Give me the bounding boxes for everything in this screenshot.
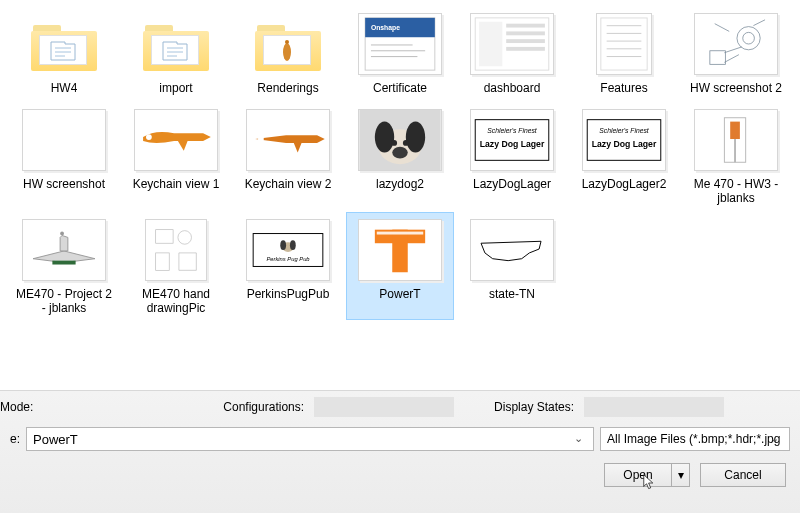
file-thumbnail [132, 217, 220, 283]
file-thumbnail [20, 107, 108, 173]
svg-point-38 [406, 122, 425, 153]
file-item[interactable]: state-TN [458, 212, 566, 320]
file-label: HW4 [51, 81, 78, 95]
filename-input[interactable]: PowerT ⌄ [26, 427, 594, 451]
buttons-row: Open ▾ Cancel [0, 461, 790, 487]
svg-rect-55 [52, 261, 75, 265]
file-thumbnail: Onshape [356, 11, 444, 77]
file-item[interactable]: PowerT [346, 212, 454, 320]
file-label: PerkinsPugPub [247, 287, 330, 301]
file-item[interactable]: ME470 - Project 2 - jblanks [10, 212, 118, 320]
file-item[interactable]: ME470 hand drawingPic [122, 212, 230, 320]
filename-row: e: PowerT ⌄ All Image Files (*.bmp;*.hdr… [0, 427, 790, 451]
file-type-filter[interactable]: All Image Files (*.bmp;*.hdr;*.jpg ⌄ [600, 427, 790, 451]
file-item[interactable]: Renderings [234, 6, 342, 100]
svg-rect-69 [392, 230, 407, 273]
file-item[interactable]: HW screenshot 2 [682, 6, 790, 100]
svg-rect-16 [506, 24, 545, 28]
file-item[interactable]: Keychain view 2 [234, 102, 342, 210]
open-button-dropdown[interactable]: ▾ [671, 464, 689, 486]
file-label: Me 470 - HW3 - jblanks [685, 177, 787, 205]
file-item[interactable]: Features [570, 6, 678, 100]
svg-text:Onshape: Onshape [371, 24, 400, 32]
file-thumbnail [692, 11, 780, 77]
filename-value: PowerT [27, 432, 84, 447]
file-thumbnail [356, 107, 444, 173]
svg-point-56 [60, 232, 64, 236]
file-thumbnail [580, 11, 668, 77]
cancel-button-label: Cancel [724, 468, 761, 482]
svg-point-41 [403, 140, 409, 146]
file-thumbnail [468, 11, 556, 77]
file-thumbnail [20, 11, 108, 77]
file-thumbnail [244, 107, 332, 173]
file-label: LazyDogLager [473, 177, 551, 191]
open-button-label: Open [623, 468, 652, 482]
svg-text:Schleier's Finest: Schleier's Finest [599, 127, 650, 134]
file-label: HW screenshot 2 [690, 81, 782, 95]
filter-value: All Image Files (*.bmp;*.hdr;*.jpg [601, 432, 786, 446]
file-label: LazyDogLager2 [582, 177, 667, 191]
file-thumbnail [356, 217, 444, 283]
file-item[interactable]: import [122, 6, 230, 100]
file-label: Keychain view 1 [133, 177, 220, 191]
svg-point-32 [146, 134, 152, 140]
file-thumbnail: Schleier's FinestLazy Dog Lager [468, 107, 556, 173]
file-item[interactable]: Keychain view 1 [122, 102, 230, 210]
file-thumbnail: Schleier's FinestLazy Dog Lager [580, 107, 668, 173]
svg-point-7 [285, 40, 289, 44]
file-label: ME470 hand drawingPic [125, 287, 227, 315]
filename-chevron-icon[interactable]: ⌄ [568, 432, 589, 445]
svg-point-40 [391, 140, 397, 146]
configurations-label: Configurations: [223, 400, 304, 414]
svg-rect-52 [730, 122, 740, 139]
file-item[interactable]: Schleier's FinestLazy Dog LagerLazyDogLa… [570, 102, 678, 210]
svg-point-37 [375, 122, 394, 153]
file-item[interactable]: Me 470 - HW3 - jblanks [682, 102, 790, 210]
cancel-button[interactable]: Cancel [700, 463, 786, 487]
svg-rect-26 [695, 14, 776, 74]
svg-text:Lazy Dog Lager: Lazy Dog Lager [480, 139, 545, 149]
svg-text:Perkins Pug Pub: Perkins Pug Pub [266, 256, 310, 262]
file-label: dashboard [484, 81, 541, 95]
file-item[interactable]: HW4 [10, 6, 118, 100]
mode-label: Mode: [0, 400, 33, 414]
display-states-dropdown[interactable] [584, 397, 724, 417]
svg-rect-18 [506, 39, 545, 43]
file-item[interactable]: dashboard [458, 6, 566, 100]
file-item[interactable]: HW screenshot [10, 102, 118, 210]
file-list-area[interactable]: HW4importRenderingsOnshapeCertificatedas… [0, 0, 800, 390]
file-thumbnail [468, 217, 556, 283]
svg-rect-19 [506, 47, 545, 51]
filename-label-suffix: e: [10, 432, 20, 446]
svg-point-39 [392, 147, 407, 159]
svg-point-64 [280, 240, 286, 250]
svg-point-65 [290, 240, 296, 250]
file-item[interactable]: lazydog2 [346, 102, 454, 210]
file-thumbnail [132, 107, 220, 173]
file-label: Keychain view 2 [245, 177, 332, 191]
file-label: Certificate [373, 81, 427, 95]
open-button[interactable]: Open ▾ [604, 463, 690, 487]
display-states-label: Display States: [494, 400, 574, 414]
file-label: import [159, 81, 192, 95]
svg-rect-57 [146, 220, 206, 280]
file-item[interactable]: OnshapeCertificate [346, 6, 454, 100]
svg-rect-70 [377, 232, 423, 235]
file-label: Features [600, 81, 647, 95]
file-label: HW screenshot [23, 177, 105, 191]
file-thumbnail [20, 217, 108, 283]
configurations-dropdown[interactable] [314, 397, 454, 417]
options-row: Mode: Configurations: Display States: [0, 397, 790, 417]
file-thumbnail [132, 11, 220, 77]
svg-text:Lazy Dog Lager: Lazy Dog Lager [592, 139, 657, 149]
file-label: ME470 - Project 2 - jblanks [13, 287, 115, 315]
file-label: state-TN [489, 287, 535, 301]
filter-chevron-icon[interactable]: ⌄ [764, 432, 785, 445]
svg-rect-15 [479, 22, 502, 67]
file-item[interactable]: Schleier's FinestLazy Dog LagerLazyDogLa… [458, 102, 566, 210]
svg-point-34 [258, 136, 264, 142]
dialog-bottom-bar: Mode: Configurations: Display States: e:… [0, 390, 800, 513]
file-thumbnail [692, 107, 780, 173]
file-item[interactable]: Perkins Pug PubPerkinsPugPub [234, 212, 342, 320]
